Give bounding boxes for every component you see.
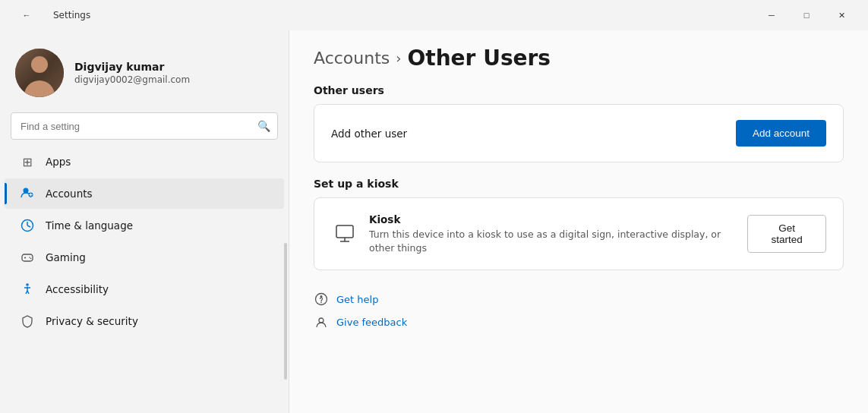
breadcrumb-separator: › xyxy=(396,50,401,66)
svg-rect-7 xyxy=(22,254,33,261)
sidebar-item-time-label: Time & language xyxy=(46,219,133,232)
give-feedback-link[interactable]: Give feedback xyxy=(336,317,407,328)
svg-point-10 xyxy=(29,257,30,258)
search-input[interactable] xyxy=(11,112,278,140)
user-email: digvijay0002@gmail.com xyxy=(74,74,273,85)
titlebar: ← Settings ─ □ ✕ xyxy=(0,0,868,30)
get-help-link[interactable]: Get help xyxy=(336,294,378,305)
search-box: 🔍 xyxy=(11,112,278,140)
svg-line-16 xyxy=(27,291,29,294)
maximize-icon: □ xyxy=(804,11,810,20)
back-icon: ← xyxy=(23,11,31,20)
search-icon: 🔍 xyxy=(257,120,270,132)
kiosk-section-title: Set up a kiosk xyxy=(314,178,844,190)
breadcrumb: Accounts › Other Users xyxy=(314,46,844,71)
kiosk-title: Kiosk xyxy=(369,213,747,225)
close-icon: ✕ xyxy=(838,11,845,20)
sidebar-item-time[interactable]: Time & language xyxy=(5,210,284,241)
kiosk-icon xyxy=(331,220,358,247)
close-button[interactable]: ✕ xyxy=(824,3,859,27)
get-started-button[interactable]: Get started xyxy=(747,215,826,253)
sidebar-item-accounts-label: Accounts xyxy=(46,188,93,200)
titlebar-left: ← Settings xyxy=(9,3,90,27)
back-button[interactable]: ← xyxy=(9,3,44,27)
minimize-button[interactable]: ─ xyxy=(754,3,789,27)
breadcrumb-parent: Accounts xyxy=(314,49,390,68)
svg-point-12 xyxy=(26,283,29,286)
sidebar-item-apps-label: Apps xyxy=(46,156,71,168)
privacy-icon xyxy=(20,314,35,329)
apps-icon: ⊞ xyxy=(20,154,35,169)
breadcrumb-current: Other Users xyxy=(408,46,551,71)
other-users-card: Add other user Add account xyxy=(314,104,844,162)
minimize-icon: ─ xyxy=(769,11,775,20)
kiosk-text: Kiosk Turn this device into a kiosk to u… xyxy=(369,213,747,254)
svg-point-23 xyxy=(319,318,324,323)
svg-point-22 xyxy=(320,302,322,304)
app-body: Digvijay kumar digvijay0002@gmail.com 🔍 … xyxy=(0,30,868,413)
sidebar-item-gaming[interactable]: Gaming xyxy=(5,242,284,273)
gaming-icon xyxy=(20,250,35,265)
time-icon xyxy=(20,218,35,233)
give-feedback-row: Give feedback xyxy=(314,314,844,329)
sidebar-item-accessibility[interactable]: Accessibility xyxy=(5,274,284,304)
other-users-section-title: Other users xyxy=(314,84,844,96)
sidebar-item-privacy-label: Privacy & security xyxy=(46,315,138,327)
content-area: Accounts › Other Users Other users Add o… xyxy=(289,30,868,413)
get-help-icon xyxy=(314,292,329,307)
sidebar-item-accessibility-label: Accessibility xyxy=(46,283,109,295)
footer-links: Get help Give feedback xyxy=(314,285,844,336)
sidebar: Digvijay kumar digvijay0002@gmail.com 🔍 … xyxy=(0,30,289,413)
sidebar-item-accounts[interactable]: Accounts xyxy=(5,178,284,209)
add-account-button[interactable]: Add account xyxy=(736,120,826,147)
maximize-button[interactable]: □ xyxy=(789,3,824,27)
add-other-user-label: Add other user xyxy=(331,128,407,140)
user-profile: Digvijay kumar digvijay0002@gmail.com xyxy=(0,36,289,112)
kiosk-row-left: Kiosk Turn this device into a kiosk to u… xyxy=(331,213,747,254)
user-name: Digvijay kumar xyxy=(74,61,273,73)
give-feedback-icon xyxy=(314,314,329,329)
accessibility-icon xyxy=(20,282,35,297)
kiosk-desc: Turn this device into a kiosk to use as … xyxy=(369,228,747,254)
svg-rect-17 xyxy=(336,225,353,238)
sidebar-item-gaming-label: Gaming xyxy=(46,251,86,263)
sidebar-item-privacy[interactable]: Privacy & security xyxy=(5,306,284,336)
user-info: Digvijay kumar digvijay0002@gmail.com xyxy=(74,61,273,85)
titlebar-controls: ─ □ ✕ xyxy=(754,3,859,27)
get-help-row: Get help xyxy=(314,292,844,307)
svg-point-11 xyxy=(30,258,32,260)
kiosk-card: Kiosk Turn this device into a kiosk to u… xyxy=(314,197,844,270)
avatar-image xyxy=(15,49,64,97)
kiosk-row: Kiosk Turn this device into a kiosk to u… xyxy=(314,198,843,270)
svg-line-6 xyxy=(27,225,30,227)
sidebar-item-apps[interactable]: ⊞ Apps xyxy=(5,147,284,177)
titlebar-title: Settings xyxy=(53,10,90,20)
accounts-icon xyxy=(20,186,35,201)
add-other-user-row: Add other user Add account xyxy=(314,105,843,162)
avatar xyxy=(15,49,64,97)
sidebar-scrollbar[interactable] xyxy=(284,243,287,380)
